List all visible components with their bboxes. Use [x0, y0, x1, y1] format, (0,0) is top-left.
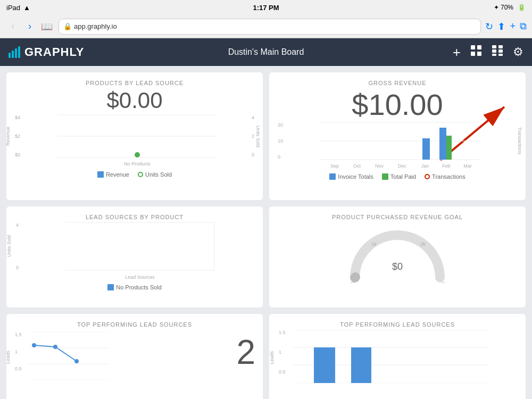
svg-rect-0 — [471, 45, 475, 49]
lead-y-bot: 0 — [16, 265, 19, 270]
lock-icon: 🔒 — [63, 22, 72, 30]
top-lead-left-content: 1.5 1 0.5 Leads — [14, 330, 255, 382]
lead-sources-chart-area: 4 0 Units Sold Lead Sources — [30, 222, 250, 281]
top-right-y-label: Leads — [269, 351, 275, 364]
bar3 — [15, 48, 17, 58]
svg-point-13 — [135, 152, 140, 157]
products-chart-svg: No Products — [30, 115, 245, 157]
y-axis-right-top: 4 — [252, 115, 254, 120]
gross-chart-svg: Sep Oct Nov Dec Jan Feb Mar — [292, 122, 508, 160]
legend-paid-label: Total Paid — [390, 173, 416, 180]
svg-text:0k: 0k — [350, 281, 355, 283]
top-lead-left-chart: 1.5 1 0.5 Leads — [29, 332, 231, 382]
svg-text:2k: 2k — [420, 242, 426, 247]
legend-no-products-icon — [107, 284, 114, 290]
svg-rect-8 — [492, 54, 496, 56]
settings-button[interactable]: ⚙ — [513, 45, 523, 59]
legend-revenue-label: Revenue — [106, 171, 129, 178]
bookmarks-button[interactable]: 📖 — [39, 19, 54, 34]
svg-text:Sep: Sep — [330, 163, 339, 169]
svg-rect-51 — [351, 347, 371, 383]
legend-revenue-icon — [97, 171, 104, 178]
svg-text:Lead Sources: Lead Sources — [125, 275, 155, 280]
grid-view-button[interactable] — [470, 45, 482, 60]
gross-revenue-title: GROSS REVENUE — [277, 80, 518, 86]
top-left-y1: 1.5 — [15, 332, 22, 337]
dashboard: PRODUCTS BY LEAD SOURCE $0.00 $4 $2 $0 4… — [0, 66, 532, 399]
svg-text:3k: 3k — [442, 281, 447, 283]
forward-button[interactable]: › — [22, 19, 37, 34]
reload-button[interactable]: ↻ — [485, 21, 493, 32]
list-view-button[interactable] — [492, 45, 503, 60]
legend-total-paid: Total Paid — [382, 173, 416, 180]
gross-revenue-card: GROSS REVENUE $10.00 20 10 0 Transaction… — [269, 72, 526, 200]
gross-chart-area: 20 10 0 Transactions Sep Oct Nov — [292, 122, 508, 170]
svg-rect-2 — [471, 52, 475, 56]
legend-units-sold: Units Sold — [138, 171, 172, 178]
bar1 — [9, 53, 11, 58]
svg-text:Nov: Nov — [375, 163, 384, 169]
lead-sources-card: LEAD SOURCES BY PRODUCT 4 0 Units Sold L… — [6, 206, 263, 307]
revenue-goal-title: PRODUCT PURCHASED REVENUE GOAL — [277, 214, 518, 220]
logo: GRAPHLY — [9, 45, 85, 59]
share-button[interactable]: ⬆ — [497, 21, 505, 32]
lead-y-top: 4 — [16, 222, 19, 228]
legend-invoice: Invoice Totals — [329, 173, 373, 180]
address-bar[interactable]: 🔒 app.graphly.io — [59, 19, 481, 35]
header-actions: + ⚙ — [453, 44, 523, 61]
top-right-chart-svg — [293, 330, 489, 383]
gross-y-bot: 0 — [278, 154, 283, 160]
svg-text:Dec: Dec — [398, 163, 407, 169]
svg-rect-50 — [314, 347, 335, 383]
top-right-y3: 0.5 — [279, 369, 286, 375]
status-right: ✦ 70% 🔋 — [494, 4, 526, 11]
svg-rect-1 — [477, 45, 481, 49]
status-left: iPad ▲ — [6, 4, 30, 12]
top-lead-left-title: TOP PERFORMING LEAD SOURCES — [14, 321, 255, 328]
svg-point-43 — [32, 343, 36, 347]
svg-text:Jan: Jan — [421, 163, 429, 169]
gauge-container: $0 0k 1k 2k 3k — [277, 225, 518, 283]
device-label: iPad — [6, 4, 20, 12]
svg-rect-7 — [498, 49, 503, 53]
top-right-y2: 1 — [279, 350, 286, 355]
products-chart-area: $4 $2 $0 4 2 0 Revenue Units Sold — [30, 115, 245, 168]
svg-text:No Products: No Products — [124, 161, 151, 167]
status-time: 1:17 PM — [253, 4, 279, 12]
svg-point-45 — [74, 359, 79, 363]
y-axis-mid: $2 — [15, 134, 20, 139]
gross-y-mid: 10 — [278, 138, 283, 144]
top-lead-right-title: TOP PERFORMING LEAD SOURCES — [277, 321, 518, 328]
svg-rect-20 — [422, 138, 430, 160]
legend-invoice-icon — [329, 173, 336, 180]
gross-revenue-value: $10.00 — [277, 88, 518, 121]
gross-legend: Invoice Totals Total Paid Transactions — [277, 173, 518, 180]
legend-no-products-label: No Products Sold — [116, 284, 162, 290]
products-by-lead-source-title: PRODUCTS BY LEAD SOURCE — [14, 80, 255, 86]
url-text: app.graphly.io — [74, 22, 117, 30]
tabs-button[interactable]: ⧉ — [520, 21, 527, 32]
add-widget-button[interactable]: + — [453, 44, 461, 61]
back-button[interactable]: ‹ — [5, 19, 20, 34]
wifi-icon: ▲ — [23, 4, 30, 12]
lead-sources-title: LEAD SOURCES BY PRODUCT — [14, 214, 255, 220]
svg-point-44 — [53, 345, 57, 349]
browser-bar: ‹ › 📖 🔒 app.graphly.io ↻ ⬆ + ⧉ — [0, 15, 532, 38]
logo-text: GRAPHLY — [24, 45, 85, 59]
legend-paid-icon — [382, 173, 388, 180]
top-left-chart-svg — [29, 332, 109, 380]
top-lead-left-value: 2 — [231, 330, 255, 369]
new-tab-button[interactable]: + — [510, 21, 516, 32]
lead-y-label: Units Sold — [6, 235, 12, 257]
legend-no-products: No Products Sold — [107, 284, 162, 290]
gross-y-top: 20 — [278, 122, 283, 128]
status-bar: iPad ▲ 1:17 PM ✦ 70% 🔋 — [0, 0, 532, 15]
legend-invoice-label: Invoice Totals — [338, 173, 373, 180]
svg-rect-9 — [498, 54, 503, 56]
legend-units-label: Units Sold — [145, 171, 172, 178]
lead-sources-svg: Lead Sources — [30, 222, 250, 270]
svg-text:Feb: Feb — [442, 163, 451, 169]
svg-rect-4 — [492, 45, 496, 48]
products-by-lead-source-card: PRODUCTS BY LEAD SOURCE $0.00 $4 $2 $0 4… — [6, 72, 263, 200]
gauge-svg: $0 0k 1k 2k 3k — [344, 225, 451, 283]
